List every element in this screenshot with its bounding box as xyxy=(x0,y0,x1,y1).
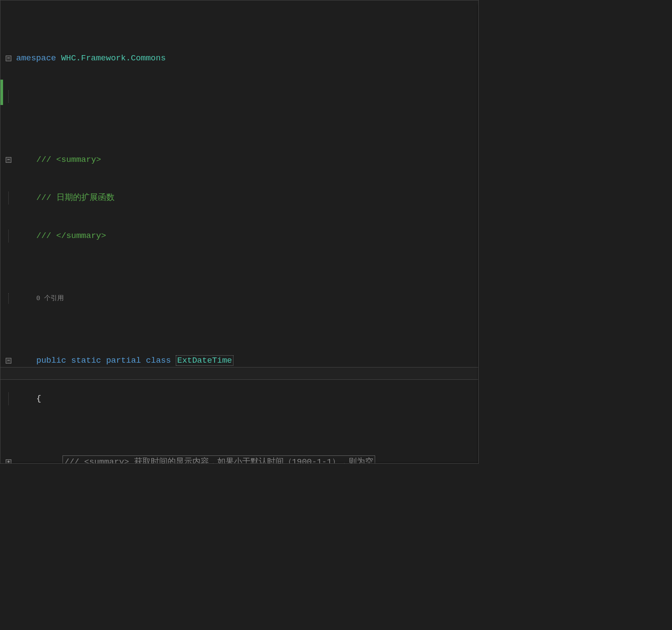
codelens-refs[interactable]: 0 个引用 xyxy=(36,292,64,305)
namespace-name: WHC.Framework.Commons xyxy=(61,53,166,63)
xmldoc-open: /// <summary> xyxy=(36,155,101,164)
xmldoc-body: /// 日期的扩展函数 xyxy=(36,193,115,203)
fold-toggle[interactable] xyxy=(6,56,11,61)
code-editor[interactable]: amespace WHC.Framework.Commons /// <summ… xyxy=(0,0,479,464)
fold-toggle[interactable] xyxy=(6,358,11,364)
class-modifiers: public static partial class xyxy=(36,356,171,365)
class-name: ExtDateTime xyxy=(176,355,233,366)
fold-toggle[interactable] xyxy=(6,157,11,163)
torn-edge-right xyxy=(478,5,479,464)
open-brace: { xyxy=(36,392,41,405)
xmldoc-collapsed[interactable]: /// <summary> 获取时间的显示内容，如果小于默认时间（1900-1-… xyxy=(63,455,375,464)
code-content[interactable]: amespace WHC.Framework.Commons /// <summ… xyxy=(6,0,478,463)
torn-edge-bottom xyxy=(5,463,479,464)
xmldoc-close: /// </summary> xyxy=(36,231,106,241)
keyword-namespace: amespace xyxy=(16,53,56,63)
change-indicator xyxy=(0,80,3,105)
